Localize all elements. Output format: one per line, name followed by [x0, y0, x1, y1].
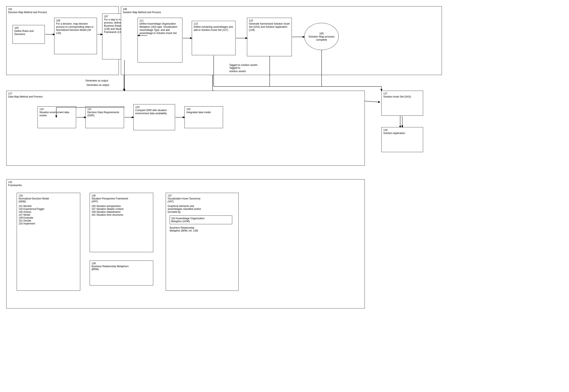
box-111: 111 Define Assemblage Organization Metap… [138, 18, 182, 63]
box-163-num: 163 Assemblage OrganizationMetaphor (AOM… [171, 217, 231, 223]
box-137-title: Visualization Asset Taxonomy(VAT) [167, 197, 237, 203]
box-115: 115 Generate harmonized Solution Asset S… [247, 18, 292, 56]
box-129: 129 Solution Application [381, 127, 423, 152]
spf-item-155: 155 Situation perspectives [92, 205, 151, 208]
brm-ref-text: Business RelationshipMetaphor (BRM, ref.… [170, 226, 237, 232]
spf-item-159: 159 Situation datastreams [92, 210, 151, 213]
ndm-item-153: 153 Implement [19, 222, 78, 225]
box-133-title: Normalized Decision Model(NDM) [19, 197, 78, 203]
spf-item-161: 161 Situation time structures [92, 213, 151, 216]
ndm-item-141: 141 Monitor [19, 205, 78, 208]
box-137-num: 137 [167, 194, 237, 197]
tagged-to-label: Tagged to solution assets [229, 64, 257, 67]
box-125: 125 Integrated data model [184, 106, 223, 128]
ndm-item-143: 143 Experience/Trigger [19, 208, 78, 210]
ndm-item-145: 145 Assess [19, 210, 78, 213]
spf-item-157: 157 Situation details/ context [92, 208, 151, 210]
box-165-text: 165 Solution Map process complete [306, 32, 337, 41]
box-139-title: Business Relationship Metaphors(BRM) [92, 265, 151, 271]
ndm-item-149: 149 Evaluate [19, 216, 78, 219]
box-133: 133 Normalized Decision Model(NDM) 141 M… [17, 193, 80, 291]
svg-text:Generates as output: Generates as output [86, 84, 109, 86]
box-123: 123 Compare DDR with situation environme… [133, 104, 175, 130]
box-163-inner: 163 Assemblage OrganizationMetaphor (AOM… [170, 215, 232, 224]
box-103: 103 Define Roles and Decisions [13, 25, 45, 44]
box-135: 135 Situation Perspective Framework(SPF)… [90, 193, 153, 252]
diagram-container: 101 Decision Map Method and Process 103 … [4, 4, 563, 388]
ndm-item-147: 147 Model [19, 213, 78, 216]
box-137: 137 Visualization Asset Taxonomy(VAT) Gr… [166, 193, 239, 291]
box-119: 119 Situation environment data review [38, 106, 76, 128]
box-113: 113 Define remaining assemblages and add… [192, 21, 236, 55]
box-139-num: 139 [92, 262, 151, 265]
box-105: 105 For a decision, map decision process… [54, 18, 97, 54]
box-127: 127 Solution Asset Set (SAS) [381, 91, 423, 116]
ndm-item-151: 151 Decide [19, 219, 78, 222]
box-135-title: Situation Perspective Framework(SPF) [92, 197, 151, 203]
box-165: 165 Solution Map process complete [304, 23, 339, 50]
generates-output-label: Generates as output [85, 79, 108, 82]
box-135-num: 135 [92, 194, 151, 197]
box-117: 117 Data Map Method and Process [6, 91, 365, 166]
box-133-num: 133 [19, 194, 78, 197]
box-139: 139 Business Relationship Metaphors(BRM) [90, 261, 153, 285]
vat-text: Graphical elements andassemblages classi… [167, 205, 237, 213]
box-121: 121 Decision Data Requirements (DDR) [85, 106, 124, 128]
